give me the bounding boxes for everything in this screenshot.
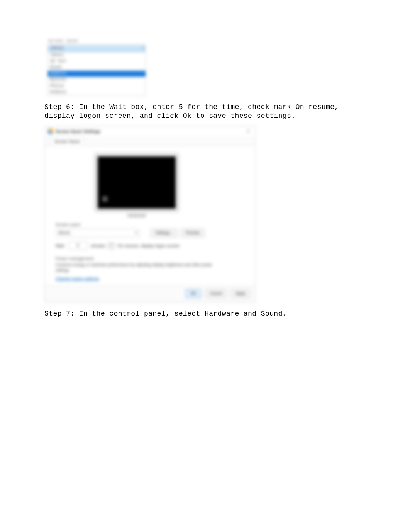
dropdown-item[interactable]: 3D Text (48, 58, 146, 65)
screensaver-preview (94, 153, 179, 218)
power-management-text: Conserve energy or maximize performance … (56, 262, 222, 273)
screensaver-settings-dialog: Screen Saver Settings × Screen Saver Scr… (44, 126, 256, 303)
dropdown-item[interactable]: Photos (48, 83, 146, 89)
tab-screen-saver[interactable]: Screen Saver (50, 137, 85, 146)
screensaver-select[interactable]: (None) (56, 229, 140, 237)
dropdown-item[interactable]: Mystify (48, 77, 146, 83)
close-icon[interactable]: × (244, 129, 252, 134)
wait-minutes-label: minutes (91, 243, 106, 248)
settings-button[interactable]: Settings... (151, 228, 178, 238)
on-resume-checkbox[interactable] (108, 243, 114, 249)
dropdown-item[interactable]: (None) (48, 52, 146, 58)
dropdown-item[interactable]: Blank (48, 65, 146, 71)
dialog-title: Screen Saver Settings (56, 129, 100, 134)
checkbox-label: On resume, display logon screen (117, 243, 180, 248)
section-title-power-management: Power management (56, 256, 247, 261)
step-6-text: Step 6: In the Wait box, enter 5 for the… (44, 103, 366, 121)
dropdown-label: Screen saver (48, 39, 146, 43)
dropdown-item[interactable]: Bubbles (48, 71, 146, 77)
change-power-settings-link[interactable]: Change power settings (56, 276, 99, 281)
dropdown-item[interactable]: Ribbons (48, 89, 146, 95)
dropdown-list: (None) 3D Text Blank Bubbles Mystify Pho… (47, 52, 146, 96)
section-title-screen-saver: Screen saver (56, 222, 247, 227)
step-7-text: Step 7: In the control panel, select Har… (44, 309, 366, 318)
preview-button[interactable]: Preview (181, 228, 205, 238)
shield-icon (48, 129, 53, 134)
ok-button[interactable]: OK (185, 289, 201, 298)
screensaver-dropdown-figure: Screen saver (None) (None) 3D Text Blank… (47, 39, 146, 96)
cancel-button[interactable]: Cancel (205, 289, 227, 298)
wait-minutes-input[interactable]: 5 (68, 241, 88, 250)
apply-button[interactable]: Apply (231, 289, 251, 298)
wait-label: Wait: (56, 243, 65, 248)
dropdown-selected[interactable]: (None) (48, 45, 146, 52)
